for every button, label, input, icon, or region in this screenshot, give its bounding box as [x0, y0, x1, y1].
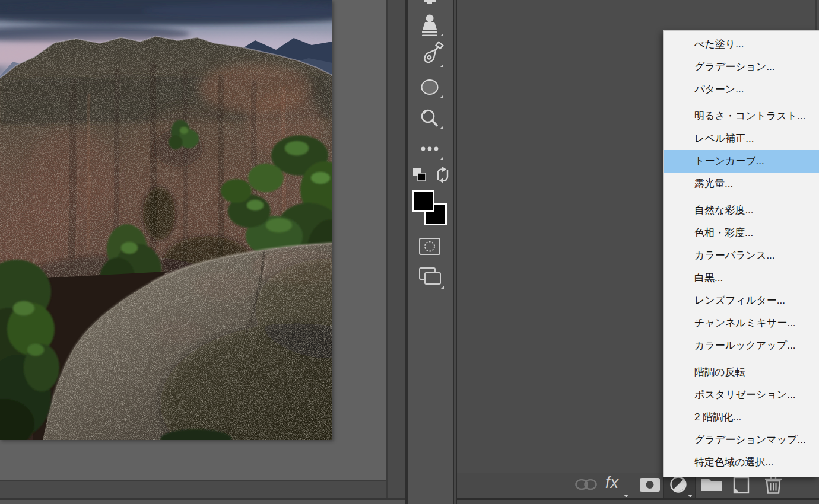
menu-item-brightness-contrast[interactable]: 明るさ・コントラスト...: [664, 105, 819, 127]
menu-item-invert[interactable]: 階調の反転: [664, 361, 819, 384]
adjustment-layer-menu: べた塗り... グラデーション... パターン... 明るさ・コントラスト...…: [663, 30, 819, 477]
adjustment-flyout-arrow-icon: [688, 495, 693, 497]
menu-item-black-white[interactable]: 白黒...: [664, 267, 819, 289]
menu-item-vibrance[interactable]: 自然な彩度...: [664, 199, 819, 222]
clone-stamp-tool-icon[interactable]: [422, 15, 443, 37]
menu-item-color-balance[interactable]: カラーバランス...: [664, 244, 819, 267]
link-layers-icon[interactable]: [576, 480, 596, 489]
menu-item-color-lookup[interactable]: カラールックアップ...: [664, 334, 819, 357]
partial-tool-icon[interactable]: [424, 0, 436, 4]
pen-tool-icon[interactable]: [423, 41, 445, 67]
more-tools-icon[interactable]: [421, 147, 443, 160]
adjustment-layer-icon[interactable]: [671, 477, 686, 492]
swap-colors-icon[interactable]: [438, 167, 447, 183]
screen-mode-icon[interactable]: [420, 268, 444, 289]
document-canvas-photo[interactable]: [0, 0, 332, 440]
menu-item-solid-color[interactable]: べた塗り...: [664, 33, 819, 56]
status-bar: [0, 500, 408, 504]
menu-item-levels[interactable]: レベル補正...: [664, 127, 819, 150]
menu-item-channel-mixer[interactable]: チャンネルミキサー...: [664, 312, 819, 334]
menu-item-posterize[interactable]: ポスタリゼーション...: [664, 384, 819, 406]
vertical-scrollbar[interactable]: [386, 0, 407, 498]
menu-item-selective-color[interactable]: 特定色域の選択...: [664, 451, 819, 474]
tools-panel: [408, 0, 453, 504]
document-window: [0, 0, 408, 504]
menu-item-threshold[interactable]: 2 階調化...: [664, 406, 819, 429]
canvas-background: [0, 0, 386, 480]
add-layer-mask-icon[interactable]: [640, 478, 660, 492]
delete-layer-icon[interactable]: [765, 477, 782, 493]
default-colors-icon[interactable]: [413, 168, 426, 181]
zoom-tool-icon[interactable]: [422, 110, 443, 129]
new-group-icon[interactable]: [701, 479, 722, 491]
menu-separator: [664, 195, 819, 199]
menu-item-curves[interactable]: トーンカーブ...: [664, 150, 819, 173]
toolbar-divider: [453, 0, 457, 504]
panel-bottom-strip: [457, 500, 819, 504]
fx-flyout-arrow-icon: [624, 495, 628, 497]
quick-mask-icon[interactable]: [420, 238, 440, 254]
menu-item-hue-saturation[interactable]: 色相・彩度...: [664, 222, 819, 244]
menu-item-gradient[interactable]: グラデーション...: [664, 56, 819, 78]
new-layer-icon[interactable]: [734, 477, 748, 493]
menu-item-exposure[interactable]: 露光量...: [664, 173, 819, 195]
menu-separator: [664, 101, 819, 105]
layer-style-fx-button[interactable]: fx: [605, 474, 619, 492]
foreground-color-swatch[interactable]: [412, 190, 434, 212]
horizontal-scrollbar[interactable]: [0, 480, 386, 499]
menu-item-gradient-map[interactable]: グラデーションマップ...: [664, 429, 819, 451]
menu-item-pattern[interactable]: パターン...: [664, 78, 819, 101]
menu-separator: [664, 357, 819, 361]
ellipse-tool-icon[interactable]: [422, 80, 444, 98]
menu-item-photo-filter[interactable]: レンズフィルター...: [664, 289, 819, 312]
